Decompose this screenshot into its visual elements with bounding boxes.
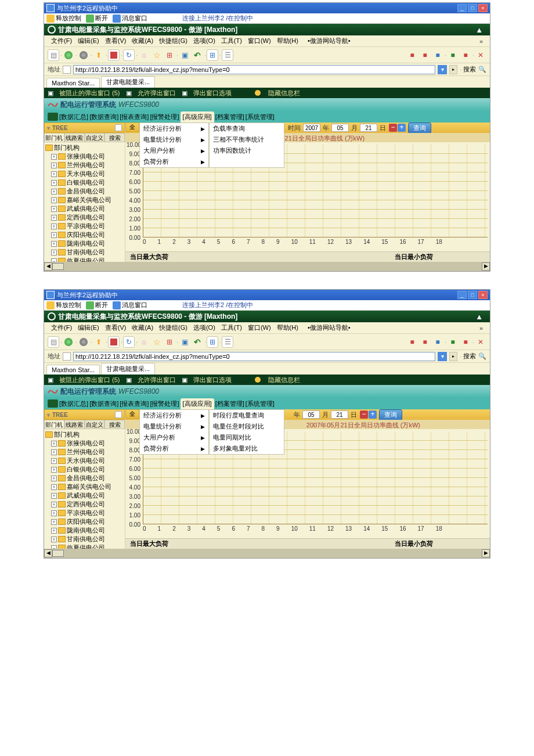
undo-button[interactable]: ↶	[192, 336, 203, 348]
menu-group[interactable]: 快捷组(G)	[157, 35, 190, 46]
sm-6[interactable]: [系统管理]	[246, 113, 275, 121]
dd1-1[interactable]: 电量统计分析▶	[140, 134, 208, 145]
dd2b-0[interactable]: 时段行度电量查询	[210, 410, 284, 421]
menu-more[interactable]: »	[477, 37, 485, 46]
home-button[interactable]: ⌂	[138, 336, 150, 348]
refresh-button[interactable]: ↻	[123, 49, 135, 61]
ttab-3[interactable]: 搜索	[104, 420, 125, 429]
step-plus[interactable]: +	[369, 411, 377, 419]
tool-f[interactable]: ✕	[475, 49, 486, 61]
tree-item[interactable]: +金昌供电公司	[45, 187, 124, 196]
puzzle-button[interactable]: ⊞	[164, 49, 175, 61]
expand-icon[interactable]: +	[51, 232, 57, 238]
ttab-2[interactable]: 自定义	[85, 420, 105, 429]
tree-item[interactable]: +庆阳供电公司	[45, 231, 124, 239]
sm-6[interactable]: [系统管理]	[246, 399, 275, 408]
tree-item[interactable]: +陇南供电公司	[45, 526, 124, 535]
popup-blocked[interactable]: 被阻止的弹出窗口 (5)	[59, 89, 120, 98]
message-window[interactable]: 消息窗口	[122, 14, 147, 23]
tree-item[interactable]: +天水供电公司	[45, 170, 124, 178]
tree-body[interactable]: 部门机构 +张掖供电公司+兰州供电公司+天水供电公司+白银供电公司+金昌供电公司…	[44, 142, 125, 262]
tile-button[interactable]: ⊞	[207, 49, 218, 61]
dd2a-2[interactable]: 功率因数统计	[210, 145, 284, 156]
expand-icon[interactable]: +	[51, 171, 57, 177]
dd1-2[interactable]: 大用户分析▶	[140, 432, 208, 443]
tree-item[interactable]: +定西供电公司	[45, 213, 124, 222]
up-button[interactable]: ⬆	[93, 49, 104, 61]
release-control[interactable]: 释放控制	[56, 14, 81, 23]
tree-item[interactable]: +兰州供电公司	[45, 161, 124, 170]
ttab-0[interactable]: 部门机构	[44, 420, 64, 429]
search-icon[interactable]: 🔍	[478, 66, 486, 73]
menu-group[interactable]: 快捷组(G)	[157, 322, 190, 333]
menu-view[interactable]: 查看(V)	[103, 35, 129, 46]
tree-item[interactable]: +张掖供电公司	[45, 439, 124, 448]
list-button[interactable]: ☰	[222, 336, 233, 348]
expand-icon[interactable]: +	[51, 449, 57, 455]
list-button[interactable]: ☰	[222, 49, 233, 61]
day-input[interactable]	[360, 124, 377, 132]
expand-icon[interactable]: +	[51, 528, 57, 534]
menu-more[interactable]: »	[477, 323, 485, 333]
sm-3[interactable]: [报警处理]	[150, 113, 179, 121]
tree-item[interactable]: +兰州供电公司	[45, 448, 124, 456]
release-control[interactable]: 释放控制	[56, 301, 81, 309]
year-input[interactable]	[303, 124, 320, 132]
dd2a-1[interactable]: 三相不平衡率统计	[210, 134, 284, 145]
sm-3[interactable]: [报警处理]	[150, 399, 179, 408]
menu-edit[interactable]: 编辑(E)	[75, 322, 102, 333]
query-button[interactable]: 查询	[408, 123, 431, 134]
scroll-left-button[interactable]: ◀	[44, 549, 52, 557]
expand-icon[interactable]: +	[51, 502, 57, 507]
scroll-left-button[interactable]: ◀	[44, 262, 52, 271]
tab-2[interactable]: 甘肃电能量采...	[101, 363, 155, 375]
expand-icon[interactable]: +	[51, 510, 57, 516]
expand-icon[interactable]: +	[51, 189, 57, 195]
tree-item[interactable]: +金昌供电公司	[45, 474, 124, 483]
tree-item[interactable]: +天水供电公司	[45, 456, 124, 465]
tree-item[interactable]: +嘉峪关供电公司	[45, 483, 124, 491]
tab-1[interactable]: Maxthon Star...	[46, 78, 100, 88]
tree-item[interactable]: −临夏供电公司	[45, 543, 124, 549]
submenu-back[interactable]	[48, 113, 58, 121]
back-button[interactable]	[63, 336, 74, 348]
forward-button[interactable]	[78, 336, 89, 348]
sm-4[interactable]: [高级应用]	[181, 111, 214, 123]
fav-button[interactable]: ☆	[151, 49, 163, 61]
minimize-button[interactable]: _	[457, 291, 467, 299]
hide-infobar[interactable]: 隐藏信息栏	[268, 376, 300, 384]
minimize-button[interactable]: _	[457, 4, 467, 12]
sm-1[interactable]: [数据查询]	[89, 113, 118, 121]
menu-fav[interactable]: 收藏(A)	[129, 35, 156, 46]
tab-1[interactable]: Maxthon Star...	[46, 365, 100, 375]
expand-icon[interactable]: +	[51, 476, 57, 481]
hide-infobar[interactable]: 隐藏信息栏	[268, 89, 300, 98]
menu-fav[interactable]: 收藏(A)	[129, 322, 156, 333]
popup-allow[interactable]: 允许弹出窗口	[138, 376, 176, 384]
menu-opt[interactable]: 选项(O)	[191, 322, 218, 333]
tree-root[interactable]: 部门机构	[45, 143, 124, 152]
dd1-3[interactable]: 负荷分析▶	[140, 443, 208, 454]
expand-icon[interactable]: +	[51, 154, 57, 160]
all-button[interactable]: 全	[125, 123, 139, 132]
puzzle-button[interactable]: ⊞	[164, 336, 175, 348]
tree-item[interactable]: +武威供电公司	[45, 491, 124, 500]
tree-body[interactable]: 部门机构 +张掖供电公司+兰州供电公司+天水供电公司+白银供电公司+金昌供电公司…	[44, 429, 125, 549]
ttab-2[interactable]: 自定义	[85, 133, 105, 142]
expand-icon[interactable]: +	[51, 537, 57, 542]
tree-item[interactable]: +张掖供电公司	[45, 152, 124, 161]
popup-blocked[interactable]: 被阻止的弹出窗口 (5)	[59, 376, 120, 384]
menu-help[interactable]: 帮助(H)	[275, 35, 301, 46]
tree-item[interactable]: +陇南供电公司	[45, 239, 124, 248]
sm-2[interactable]: [报表查询]	[120, 113, 149, 121]
stop-button[interactable]	[108, 49, 120, 61]
maximize-button[interactable]: □	[468, 4, 477, 12]
month-input[interactable]	[302, 411, 320, 419]
tile-button[interactable]: ⊞	[207, 336, 218, 348]
expand-icon[interactable]: +	[51, 163, 57, 168]
menu-file[interactable]: 文件(F)	[49, 322, 74, 333]
month-input[interactable]	[331, 124, 349, 132]
expand-icon[interactable]: +	[51, 180, 57, 186]
close-button[interactable]: ×	[478, 4, 488, 12]
popup-allow[interactable]: 允许弹出窗口	[138, 89, 176, 98]
